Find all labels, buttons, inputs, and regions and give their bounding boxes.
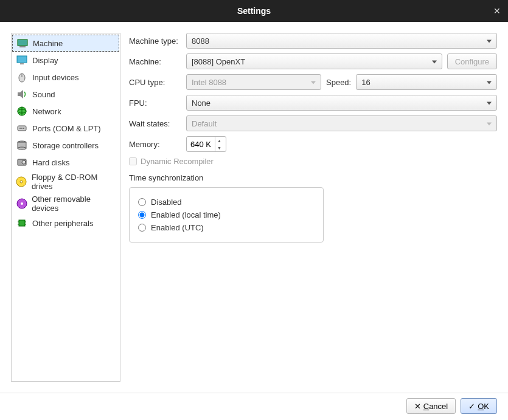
sidebar-item-label: Other removable devices: [32, 195, 116, 213]
svg-rect-1: [19, 46, 26, 47]
cpu-type-value: Intel 8088: [192, 78, 226, 87]
sidebar-item-other-removable[interactable]: Other removable devices: [12, 193, 120, 215]
sidebar-item-ports[interactable]: Ports (COM & LPT): [12, 120, 120, 137]
cancel-x-icon: ✕: [414, 402, 421, 411]
sidebar-item-label: Sound: [32, 90, 55, 99]
time-sync-title: Time synchronization: [129, 173, 497, 182]
memory-spinner[interactable]: ▲ ▼: [186, 136, 226, 152]
removable-icon: [15, 197, 28, 210]
chevron-down-icon: [487, 102, 492, 105]
ok-button[interactable]: ✓ OK: [461, 398, 497, 414]
configure-button: Configure: [447, 53, 497, 69]
sidebar-item-label: Machine: [33, 39, 63, 48]
speed-combo[interactable]: 16: [356, 74, 497, 90]
radio-disabled-label: Disabled: [151, 198, 182, 207]
mouse-icon: [15, 71, 29, 84]
machine-value: [8088] OpenXT: [192, 57, 245, 66]
svg-point-11: [19, 128, 21, 129]
sidebar-item-label: Input devices: [32, 73, 79, 82]
footer: ✕ Cancel ✓ OK: [0, 393, 508, 419]
memory-value[interactable]: [187, 140, 215, 149]
cpu-type-label: CPU type:: [129, 78, 181, 87]
svg-point-13: [23, 128, 24, 129]
check-icon: ✓: [468, 402, 475, 411]
content-area: Machine Display Input devices Sound Netw…: [0, 22, 508, 393]
spin-down-icon[interactable]: ▼: [215, 144, 223, 151]
radio-disabled[interactable]: Disabled: [138, 198, 315, 207]
machine-icon: [16, 36, 29, 50]
machine-type-value: 8088: [192, 36, 209, 46]
chevron-down-icon: [432, 61, 437, 64]
sidebar-item-label: Display: [32, 56, 58, 65]
sidebar-item-sound[interactable]: Sound: [12, 86, 120, 103]
sidebar-item-network[interactable]: Network: [12, 103, 120, 120]
disc-icon: [15, 175, 28, 188]
svg-rect-3: [20, 63, 24, 64]
time-sync-group: Disabled Enabled (local time) Enabled (U…: [129, 187, 324, 243]
machine-combo[interactable]: [8088] OpenXT: [186, 53, 442, 69]
window-title: Settings: [237, 6, 271, 16]
sidebar-item-input-devices[interactable]: Input devices: [12, 69, 120, 86]
svg-point-12: [21, 128, 23, 129]
hard-disk-icon: [15, 156, 29, 169]
chevron-down-icon: [311, 81, 316, 84]
storage-icon: [15, 139, 29, 152]
sidebar-item-storage-controllers[interactable]: Storage controllers: [12, 137, 120, 154]
svg-point-16: [18, 147, 26, 150]
speed-label: Speed:: [326, 78, 351, 87]
radio-local-label: Enabled (local time): [151, 210, 221, 219]
svg-point-20: [20, 181, 23, 183]
sidebar-item-other-peripherals[interactable]: Other peripherals: [12, 215, 120, 232]
titlebar: Settings ✕: [0, 0, 508, 22]
sidebar-item-label: Storage controllers: [32, 141, 99, 150]
chevron-down-icon: [487, 81, 492, 84]
svg-rect-23: [19, 220, 25, 226]
machine-type-combo[interactable]: 8088: [186, 33, 497, 49]
close-icon[interactable]: ✕: [493, 6, 501, 16]
radio-local-input[interactable]: [138, 211, 146, 219]
svg-point-22: [21, 202, 23, 205]
wait-states-label: Wait states:: [129, 119, 181, 128]
display-icon: [15, 53, 29, 67]
machine-label: Machine:: [129, 57, 181, 66]
chevron-down-icon: [487, 123, 492, 126]
port-icon: [15, 122, 29, 135]
radio-utc[interactable]: Enabled (UTC): [138, 223, 315, 232]
radio-local[interactable]: Enabled (local time): [138, 210, 315, 219]
radio-utc-input[interactable]: [138, 224, 146, 232]
wait-states-combo: Default: [186, 115, 497, 131]
sidebar-item-label: Ports (COM & LPT): [32, 124, 101, 133]
dynamic-recompiler-label: Dynamic Recompiler: [141, 157, 214, 166]
spin-up-icon[interactable]: ▲: [215, 137, 223, 144]
sidebar-item-label: Other peripherals: [32, 219, 93, 228]
sidebar-item-machine[interactable]: Machine: [12, 35, 119, 52]
speaker-icon: [15, 88, 29, 101]
sidebar-item-label: Floppy & CD-ROM drives: [32, 173, 116, 191]
svg-rect-2: [17, 56, 27, 63]
cancel-button[interactable]: ✕ Cancel: [406, 398, 456, 414]
fpu-combo[interactable]: None: [186, 95, 497, 111]
dynamic-recompiler-checkbox: Dynamic Recompiler: [129, 157, 497, 166]
sidebar-item-floppy-cdrom[interactable]: Floppy & CD-ROM drives: [12, 171, 120, 193]
fpu-value: None: [192, 98, 211, 108]
dynamic-recompiler-input: [129, 157, 137, 165]
svg-marker-6: [18, 90, 23, 98]
speed-value: 16: [361, 78, 370, 87]
globe-icon: [15, 105, 29, 118]
chip-icon: [15, 216, 29, 230]
sidebar-item-hard-disks[interactable]: Hard disks: [12, 154, 120, 171]
sidebar-item-label: Hard disks: [32, 158, 69, 167]
fpu-label: FPU:: [129, 98, 181, 108]
sidebar-item-display[interactable]: Display: [12, 52, 120, 69]
memory-label: Memory:: [129, 140, 181, 149]
main-panel: Machine type: 8088 Machine: [8088] OpenX…: [127, 33, 497, 382]
radio-utc-label: Enabled (UTC): [151, 223, 204, 232]
svg-point-18: [22, 160, 26, 164]
chevron-down-icon: [487, 40, 492, 43]
sidebar: Machine Display Input devices Sound Netw…: [11, 33, 120, 382]
svg-rect-0: [18, 40, 27, 46]
cpu-type-combo: Intel 8088: [186, 74, 321, 90]
machine-type-label: Machine type:: [129, 36, 181, 46]
radio-disabled-input[interactable]: [138, 198, 146, 206]
sidebar-item-label: Network: [32, 107, 61, 116]
